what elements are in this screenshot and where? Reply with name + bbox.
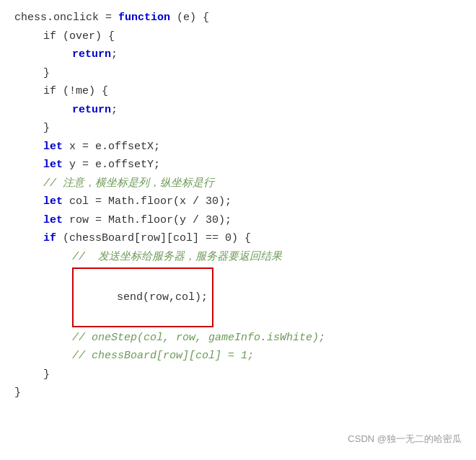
code-text: x = e.offsetX; — [63, 138, 160, 156]
code-line-4: } — [14, 64, 462, 83]
code-text: col = Math.floor(x / 30); — [63, 193, 232, 211]
keyword-let1: let — [43, 138, 63, 156]
code-line-16: // oneStep(col, row, gameInfo.isWhite); — [14, 329, 462, 348]
code-text: } — [14, 384, 21, 402]
code-line-6: return; — [14, 101, 462, 120]
code-line-2: if (over) { — [14, 27, 462, 46]
comment-2: // chessBoard[row][col] = 1; — [72, 347, 254, 366]
comment-cn-1: // 注意，横坐标是列，纵坐标是行 — [43, 174, 214, 193]
code-text: ; — [111, 45, 118, 64]
code-line-7: } — [14, 119, 462, 138]
comment-cn-2: // 发送坐标给服务器，服务器要返回结果 — [72, 248, 282, 267]
code-line-9: let y = e.offsetY; — [14, 156, 462, 174]
code-text: } — [43, 64, 50, 83]
keyword-let4: let — [43, 211, 63, 230]
code-text: if (over) { — [43, 27, 115, 46]
highlighted-send: send(row,col); — [72, 267, 213, 327]
watermark: CSDN @独一无二的哈密瓜 — [348, 431, 462, 447]
code-text: } — [43, 366, 50, 384]
comment-1: // oneStep(col, row, gameInfo.isWhite); — [72, 329, 325, 348]
code-line-8: let x = e.offsetX; — [14, 138, 462, 156]
code-text: chess.onclick = — [14, 9, 118, 27]
code-line-19: } — [14, 384, 462, 402]
code-line-11: let col = Math.floor(x / 30); — [14, 193, 462, 211]
code-line-12: let row = Math.floor(y / 30); — [14, 211, 462, 230]
code-text: send(row,col); — [117, 291, 208, 304]
keyword-return2: return — [72, 101, 111, 120]
code-text: (e) { — [170, 9, 209, 27]
code-text: ; — [111, 101, 118, 120]
code-line-10: // 注意，横坐标是列，纵坐标是行 — [14, 174, 462, 193]
code-container: chess.onclick = function (e) { if (over)… — [0, 0, 476, 460]
code-line-13: if (chessBoard[row][col] == 0) { — [14, 229, 462, 248]
code-text: (chessBoard[row][col] == 0) { — [56, 229, 251, 248]
keyword-return: return — [72, 45, 111, 64]
code-text: y = e.offsetY; — [63, 156, 160, 174]
code-line-15-highlighted: send(row,col); — [14, 267, 462, 327]
code-line-17: // chessBoard[row][col] = 1; — [14, 347, 462, 366]
keyword-let2: let — [43, 156, 63, 174]
code-text: } — [43, 119, 50, 138]
code-line-14: // 发送坐标给服务器，服务器要返回结果 — [14, 248, 462, 267]
code-line-18: } — [14, 366, 462, 384]
keyword-let3: let — [43, 193, 63, 211]
keyword-function: function — [118, 9, 170, 27]
code-text: if (!me) { — [43, 82, 108, 101]
keyword-if: if — [43, 229, 56, 248]
code-text: row = Math.floor(y / 30); — [63, 211, 232, 230]
code-line-3: return; — [14, 45, 462, 64]
code-line-1: chess.onclick = function (e) { — [14, 9, 462, 27]
code-line-5: if (!me) { — [14, 82, 462, 101]
